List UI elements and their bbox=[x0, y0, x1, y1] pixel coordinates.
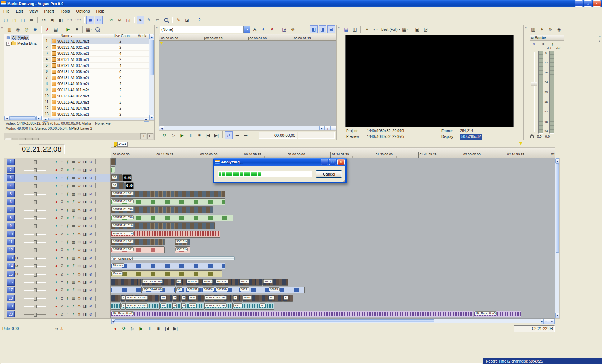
track-level-slider[interactable] bbox=[24, 305, 46, 308]
fader-lock-icon[interactable] bbox=[530, 135, 534, 138]
track-motion-icon[interactable]: ✦ bbox=[53, 207, 59, 213]
track-resize-handle[interactable] bbox=[95, 176, 96, 180]
menu-item[interactable]: Help bbox=[93, 8, 108, 14]
scroll-down-icon[interactable]: ▼ bbox=[149, 115, 154, 120]
play-button[interactable]: ▶ bbox=[137, 325, 145, 332]
track-grip[interactable] bbox=[49, 248, 52, 252]
track-grip[interactable] bbox=[49, 176, 52, 180]
bypass-motion-blur-icon[interactable]: ↥ bbox=[59, 175, 65, 181]
marker-bar[interactable]: 14:21 bbox=[111, 140, 555, 148]
track-grip[interactable] bbox=[49, 208, 52, 212]
track-resize-handle[interactable] bbox=[95, 312, 96, 317]
track-number[interactable]: 10 bbox=[7, 231, 15, 237]
timeline-event[interactable]: 90613: bbox=[268, 287, 305, 293]
automation-settings-icon[interactable]: ▦ bbox=[71, 159, 76, 164]
track-fx-icon[interactable]: ƒ bbox=[65, 175, 71, 181]
compositing-mode-icon[interactable]: ◨ bbox=[82, 255, 88, 261]
timeline-event[interactable]: 90 bbox=[160, 303, 172, 310]
slider-thumb[interactable] bbox=[34, 313, 37, 317]
automation-settings-icon[interactable]: ▦ bbox=[71, 255, 76, 261]
track-number[interactable]: 20 bbox=[7, 311, 15, 317]
track-resize-handle[interactable] bbox=[95, 256, 96, 260]
ignore-event-grouping-button[interactable]: ◱ bbox=[124, 16, 132, 24]
track-resize-handle[interactable] bbox=[95, 272, 96, 277]
phase-invert-icon[interactable]: Ø bbox=[59, 287, 65, 293]
pan-mode-icon[interactable]: ◨ bbox=[82, 231, 88, 237]
timeline-event[interactable]: 9 bbox=[172, 295, 181, 302]
scroll-up-icon[interactable]: ▲ bbox=[149, 34, 154, 39]
track-settings-gear-icon[interactable]: ⚙ bbox=[76, 312, 82, 317]
mute-icon[interactable]: ⊘ bbox=[88, 159, 94, 164]
fx-time-display[interactable]: 00:00:00;00 bbox=[259, 132, 297, 139]
dialog-control-button[interactable]: □ bbox=[329, 159, 336, 165]
timeline-event[interactable]: 906131-B2 021 bbox=[125, 303, 160, 310]
track-resize-handle[interactable] bbox=[95, 240, 96, 244]
timeline-event[interactable]: 906131 bbox=[186, 287, 202, 293]
enable-snapping-button[interactable]: ▦ bbox=[86, 16, 94, 24]
track-resize-handle[interactable] bbox=[95, 288, 96, 292]
fader-thumb[interactable] bbox=[531, 82, 538, 86]
tree-item-media-bins[interactable]: + Media Bins bbox=[4, 40, 42, 46]
slider-thumb[interactable] bbox=[34, 305, 37, 308]
timeline-event[interactable]: 8: bbox=[283, 295, 293, 302]
timeline-event[interactable]: 906131-B2 034 bbox=[204, 303, 233, 310]
track-resize-handle[interactable] bbox=[95, 183, 96, 188]
split-screen-view-button[interactable]: ◐▾ bbox=[372, 25, 379, 33]
selection-edit-tool-button[interactable]: ▭ bbox=[154, 16, 162, 24]
timeline-event[interactable]: 906131 bbox=[186, 279, 202, 286]
track-lane[interactable]: 906131-C1 001 bbox=[111, 198, 555, 206]
track-header[interactable]: 12●Ø≈ƒ⚙◨⊘ bbox=[4, 246, 111, 254]
channel-mode-icon[interactable]: ≈ bbox=[65, 303, 71, 309]
slider-thumb[interactable] bbox=[34, 184, 37, 188]
track-fx-icon[interactable]: ƒ bbox=[71, 215, 76, 221]
track-number[interactable]: 9 bbox=[7, 223, 15, 229]
track-fx-icon[interactable]: ƒ bbox=[65, 239, 71, 245]
track-resize-handle[interactable] bbox=[95, 224, 96, 228]
timeline-event[interactable]: 906131-B1 036 bbox=[111, 206, 213, 213]
window-control-button[interactable]: ─ bbox=[575, 0, 583, 7]
timeline-event[interactable] bbox=[111, 158, 116, 165]
bypass-motion-blur-icon[interactable]: ↥ bbox=[59, 223, 65, 229]
track-fx-icon[interactable]: ƒ bbox=[65, 159, 71, 164]
menu-item[interactable]: Edit bbox=[13, 8, 26, 14]
track-fx-icon[interactable]: ƒ bbox=[65, 296, 71, 301]
track-lane[interactable]: 906131-C1 001 bbox=[111, 190, 555, 198]
track-header[interactable]: 16✦↥ƒ▦⚙◨⊘ bbox=[4, 278, 111, 286]
track-header[interactable]: 1✦↥ƒ▦⚙◨⊘ bbox=[4, 158, 111, 166]
timeline-event[interactable]: 9 bbox=[233, 295, 242, 302]
arm-for-record-icon[interactable]: ● bbox=[53, 303, 59, 309]
track-settings-gear-icon[interactable]: ⚙ bbox=[76, 167, 82, 173]
timeline-marker[interactable]: 14:21 bbox=[114, 142, 128, 147]
arm-for-record-icon[interactable]: ● bbox=[53, 199, 59, 205]
track-grip[interactable] bbox=[49, 240, 52, 244]
auto-preview-button[interactable]: ▶ bbox=[64, 25, 72, 33]
media-list-vertical-scrollbar[interactable]: ▲ ▼ bbox=[149, 34, 154, 120]
compositing-mode-icon[interactable]: ◨ bbox=[82, 183, 88, 188]
track-header[interactable]: 10●Ø≈ƒ⚙◨⊘ bbox=[4, 230, 111, 238]
track-header[interactable]: 20●Ø≈ƒ⚙◨⊘ bbox=[4, 310, 111, 318]
fx-stop-button[interactable]: ■ bbox=[195, 131, 203, 139]
slider-thumb[interactable] bbox=[34, 264, 37, 268]
automation-settings-icon[interactable]: ▦ bbox=[71, 279, 76, 285]
automation-settings-icon[interactable]: ▦ bbox=[71, 296, 76, 301]
timeline-event[interactable]: 9 bbox=[121, 295, 125, 302]
track-grip[interactable] bbox=[49, 232, 52, 236]
mute-icon[interactable]: ⊘ bbox=[88, 175, 94, 181]
track-fx-icon[interactable]: ƒ bbox=[71, 303, 76, 309]
track-grip[interactable] bbox=[49, 216, 52, 220]
mute-icon[interactable]: ⊘ bbox=[88, 191, 94, 197]
track-fx-icon[interactable]: ƒ bbox=[65, 183, 71, 188]
track-grip[interactable] bbox=[49, 200, 52, 204]
track-settings-gear-icon[interactable]: ⚙ bbox=[76, 191, 82, 197]
channel-mode-icon[interactable]: ≈ bbox=[65, 263, 71, 269]
media-file-row[interactable]: 10 906131-A1 012.m2t 2 bbox=[43, 93, 149, 99]
track-resize-handle[interactable] bbox=[95, 159, 96, 164]
play-from-start-button[interactable]: ▷ bbox=[129, 325, 137, 332]
copy-button[interactable]: ▣ bbox=[48, 16, 56, 24]
track-header[interactable]: 15G...●Ø≈ƒ⚙◨⊘ bbox=[4, 270, 111, 278]
track-grip[interactable] bbox=[49, 312, 52, 317]
bypass-motion-blur-icon[interactable]: ↥ bbox=[59, 191, 65, 197]
track-level-slider[interactable] bbox=[24, 224, 46, 227]
track-settings-gear-icon[interactable]: ⚙ bbox=[76, 207, 82, 213]
slider-thumb[interactable] bbox=[34, 209, 37, 212]
